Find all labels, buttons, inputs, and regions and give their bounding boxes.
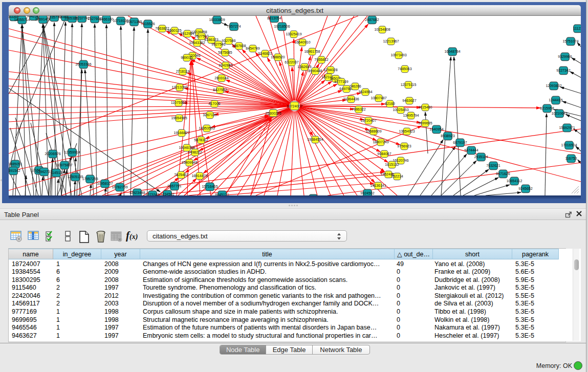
svg-text:1362615: 1362615 [297, 65, 311, 69]
svg-text:21364436: 21364436 [343, 97, 359, 101]
svg-text:5875685: 5875685 [218, 51, 232, 54]
svg-text:9924502: 9924502 [360, 191, 374, 195]
svg-text:12213967: 12213967 [383, 39, 399, 43]
svg-text:252214: 252214 [391, 174, 403, 178]
svg-text:8938923: 8938923 [441, 134, 454, 138]
svg-text:9474444: 9474444 [464, 148, 478, 152]
svg-text:9329966: 9329966 [558, 55, 572, 58]
svg-text:9327546: 9327546 [222, 39, 235, 42]
svg-text:10958107: 10958107 [97, 182, 113, 185]
svg-text:9273345: 9273345 [145, 193, 159, 195]
svg-text:20206576: 20206576 [45, 152, 60, 156]
svg-text:7986322: 7986322 [352, 107, 365, 111]
svg-text:10975887: 10975887 [56, 163, 72, 167]
svg-text:8427552: 8427552 [213, 88, 227, 92]
svg-text:12359914: 12359914 [64, 150, 80, 154]
svg-text:15409948: 15409948 [181, 161, 197, 164]
svg-text:12505135: 12505135 [67, 175, 83, 179]
svg-text:18724007: 18724007 [287, 104, 302, 108]
svg-text:9327503: 9327503 [194, 34, 208, 38]
svg-text:15692971: 15692971 [559, 126, 575, 129]
svg-text:8454749: 8454749 [246, 47, 259, 50]
svg-text:10671355: 10671355 [126, 20, 142, 24]
svg-text:25300275: 25300275 [265, 112, 281, 115]
svg-text:16914479: 16914479 [191, 174, 207, 178]
svg-text:1615132: 1615132 [385, 163, 399, 166]
svg-text:12093832: 12093832 [546, 84, 561, 87]
svg-text:2935114: 2935114 [474, 155, 488, 159]
svg-text:19654985: 19654985 [171, 116, 187, 120]
svg-text:14353593: 14353593 [199, 126, 214, 130]
svg-text:6466160: 6466160 [99, 17, 113, 21]
svg-text:5878312: 5878312 [194, 138, 208, 142]
svg-text:17016504: 17016504 [561, 143, 577, 147]
svg-text:7955812: 7955812 [314, 58, 328, 61]
svg-text:7485063: 7485063 [398, 67, 411, 71]
svg-text:10973493: 10973493 [390, 53, 406, 57]
svg-text:3624554: 3624554 [358, 90, 372, 94]
svg-text:7632621: 7632621 [486, 164, 500, 167]
svg-text:10543382: 10543382 [189, 41, 205, 45]
svg-text:11075563: 11075563 [171, 101, 187, 104]
svg-text:12923448: 12923448 [129, 191, 145, 194]
svg-text:7234502: 7234502 [160, 192, 174, 195]
svg-text:1498222: 1498222 [188, 150, 202, 154]
svg-text:10025453: 10025453 [393, 108, 408, 112]
svg-text:8045121: 8045121 [215, 193, 229, 195]
svg-text:19384554: 19384554 [307, 138, 323, 141]
svg-text:10688609: 10688609 [365, 129, 381, 133]
svg-text:9146821: 9146821 [258, 52, 272, 55]
svg-text:9327546: 9327546 [211, 42, 225, 46]
svg-text:417006: 417006 [208, 102, 220, 105]
svg-text:989015: 989015 [181, 56, 192, 59]
svg-text:9463627: 9463627 [402, 99, 416, 102]
svg-text:1391542: 1391542 [9, 169, 20, 172]
svg-text:13654923: 13654923 [399, 129, 415, 133]
svg-text:19218506: 19218506 [274, 25, 290, 28]
svg-text:114513: 114513 [51, 171, 62, 174]
svg-text:3267130: 3267130 [203, 113, 216, 117]
svg-text:9227342: 9227342 [556, 69, 570, 72]
svg-text:14136141: 14136141 [370, 184, 386, 187]
svg-text:1640954: 1640954 [429, 127, 443, 131]
svg-text:2487682: 2487682 [365, 18, 379, 21]
svg-text:12942737: 12942737 [36, 170, 52, 173]
svg-text:7515526: 7515526 [141, 22, 155, 26]
svg-text:15720407: 15720407 [360, 119, 376, 122]
svg-text:6794028: 6794028 [323, 68, 337, 72]
svg-text:16033809: 16033809 [209, 18, 225, 21]
svg-text:9245652: 9245652 [518, 187, 532, 190]
svg-text:12213399: 12213399 [171, 85, 187, 89]
svg-text:10210643: 10210643 [551, 112, 567, 115]
svg-text:9756923: 9756923 [397, 144, 411, 148]
svg-text:8990448: 8990448 [308, 69, 322, 73]
svg-text:8813054: 8813054 [267, 16, 281, 20]
svg-text:116753: 116753 [565, 157, 577, 160]
svg-text:9699695: 9699695 [418, 121, 432, 125]
svg-text:6879197: 6879197 [453, 141, 467, 144]
svg-text:18807249: 18807249 [373, 140, 388, 144]
svg-text:8660125: 8660125 [167, 29, 181, 32]
svg-text:62160: 62160 [385, 102, 395, 105]
svg-text:17957255: 17957255 [82, 177, 98, 181]
svg-text:20053346: 20053346 [75, 62, 91, 66]
svg-text:10654112: 10654112 [507, 179, 522, 183]
svg-text:14055714: 14055714 [14, 18, 30, 21]
svg-text:9242845: 9242845 [219, 63, 232, 67]
svg-text:1244415: 1244415 [549, 98, 562, 102]
svg-text:2867608: 2867608 [232, 44, 246, 48]
svg-text:16640910: 16640910 [294, 40, 310, 44]
svg-text:19166827: 19166827 [173, 131, 189, 135]
svg-text:16782759: 16782759 [112, 185, 127, 189]
svg-text:9084067: 9084067 [377, 152, 391, 156]
svg-text:11123: 11123 [573, 27, 581, 30]
svg-text:7857274: 7857274 [227, 25, 241, 28]
svg-text:16648784: 16648784 [444, 50, 460, 53]
svg-text:8471626: 8471626 [496, 172, 510, 176]
svg-text:7625402: 7625402 [174, 173, 188, 177]
svg-text:9115460: 9115460 [419, 105, 432, 109]
svg-text:6322037: 6322037 [285, 60, 298, 64]
svg-text:9657791: 9657791 [167, 184, 181, 188]
svg-text:1588520: 1588520 [271, 55, 285, 59]
svg-text:15716465: 15716465 [202, 185, 217, 188]
